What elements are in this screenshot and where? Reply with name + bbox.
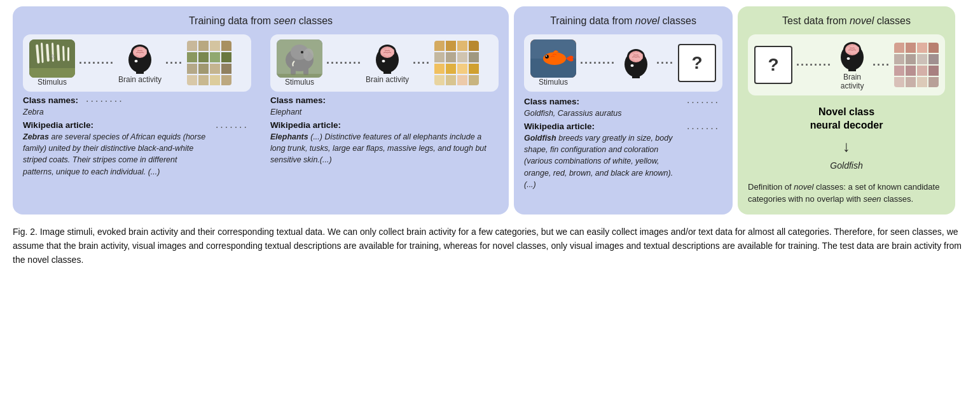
zebra-wiki-text: Zebras are several species of African eq… [23, 131, 208, 178]
seen-col-1: 🦓 Stimulus ········ [23, 34, 251, 206]
svg-text:🦓: 🦓 [49, 53, 55, 60]
svg-point-37 [631, 64, 634, 67]
brain-icon-4 [836, 39, 869, 73]
zebra-class-value: Zebra [23, 106, 78, 118]
zebra-brain-group: Brain activity [118, 42, 162, 84]
seen-col-2: Stimulus ········ [270, 34, 499, 206]
goldfish-wiki-heading: Wikipedia article: [524, 122, 679, 131]
elephant-stimulus-label: Stimulus [285, 78, 314, 87]
elephant-dots-1: ········ [326, 57, 362, 70]
novel-train-title-em: novel [635, 15, 659, 26]
test-brain-label: Brain activity [836, 73, 869, 90]
svg-rect-12 [136, 70, 144, 74]
zebra-stim-section: 🦓 Stimulus ········ [23, 34, 251, 92]
goldfish-question-box: ? [678, 44, 716, 82]
zebra-color-grid [187, 41, 231, 85]
definition-text: Definition of novel classes: a set of kn… [748, 181, 945, 206]
zebra-dots-2: ···· [165, 57, 183, 70]
goldfish-dots-2: ···· [656, 57, 674, 70]
svg-point-42 [847, 57, 850, 60]
goldfish-stim-section: Stimulus ········ · [524, 34, 722, 92]
svg-rect-40 [848, 67, 856, 71]
goldfish-image [530, 39, 576, 78]
zebra-brain-label: Brain activity [118, 75, 162, 84]
elephant-text-content: Class names: Elephant Wikipedia article:… [270, 95, 499, 206]
elephant-wiki-heading: Wikipedia article: [270, 120, 499, 130]
test-question-box: ? [754, 46, 792, 84]
goldfish-brain-group [619, 46, 652, 80]
decoder-result: Goldfish [830, 160, 862, 171]
goldfish-class-value: Goldfish, Carassius auratus [524, 108, 679, 119]
brain-icon-3 [619, 46, 652, 80]
elephant-dots-2: ···· [413, 57, 431, 70]
zebra-dots-1: ········ [79, 57, 114, 70]
test-color-grid [894, 43, 939, 87]
zebra-wiki-heading: Wikipedia article: [23, 120, 208, 130]
elephant-grid-group [434, 41, 479, 85]
arrow-down-icon: ↓ [843, 137, 850, 155]
goldfish-stim-group: Stimulus [530, 39, 576, 87]
panel-novel-train: Training data from novel classes [514, 6, 733, 215]
elephant-color-grid [434, 41, 479, 85]
zebra-class-dots: ········ [83, 95, 127, 107]
svg-point-21 [301, 51, 303, 53]
test-brain-group: Brain activity [836, 39, 869, 90]
goldfish-class-dots: ······· [684, 97, 722, 108]
svg-point-14 [135, 60, 138, 62]
goldfish-question-group: ? [678, 44, 716, 82]
svg-rect-35 [632, 74, 640, 78]
zebra-grid-group [187, 41, 231, 85]
brain-icon-1 [123, 42, 156, 75]
novel-train-panel-title: Training data from novel classes [524, 15, 722, 27]
decoder-title: Novel classneural decoder [810, 106, 883, 132]
test-stim-section: ? ········ Brain activity [748, 34, 945, 95]
svg-point-27 [382, 60, 385, 62]
elephant-class-value: Elephant [270, 106, 499, 118]
elephant-stim-group: Stimulus [277, 39, 322, 87]
zebra-image: 🦓 [29, 39, 75, 78]
test-question-group: ? [754, 46, 792, 84]
test-grid-group [894, 43, 939, 87]
goldfish-stimulus-label: Stimulus [539, 78, 568, 87]
seen-title-em: seen [274, 15, 296, 26]
svg-rect-25 [383, 70, 391, 74]
elephant-wiki-text: Elephants (...) Distinctive features of … [270, 131, 499, 165]
elephant-brain-label: Brain activity [366, 75, 409, 84]
novel-test-panel-title: Test data from novel classes [748, 15, 945, 27]
goldfish-text-content: Class names: Goldfish, Carassius auratus… [524, 97, 722, 206]
elephant-class-heading: Class names: [270, 95, 499, 105]
goldfish-dots-1: ········ [580, 57, 616, 70]
zebra-wiki-dots: ······· [213, 120, 251, 133]
svg-point-32 [546, 55, 547, 57]
test-dots-1: ········ [796, 59, 832, 72]
panel-novel-test: Test data from novel classes ? ········ [738, 6, 955, 215]
svg-point-31 [545, 55, 549, 59]
decoder-box: Novel classneural decoder ↓ Goldfish [748, 101, 945, 176]
goldfish-wiki-text: Goldfish breeds vary greatly in size, bo… [524, 132, 679, 190]
seen-panel-title: Training data from seen classes [23, 15, 499, 27]
svg-rect-8 [29, 68, 75, 78]
elephant-stim-section: Stimulus ········ [270, 34, 499, 92]
elephant-image [277, 39, 322, 78]
zebra-stimulus-label: Stimulus [38, 78, 67, 87]
novel-test-title-em: novel [850, 15, 874, 26]
svg-point-18 [303, 48, 314, 61]
svg-rect-7 [67, 47, 69, 61]
elephant-brain-group: Brain activity [366, 42, 409, 84]
zebra-stim-group: 🦓 Stimulus [29, 39, 75, 87]
seen-inner: 🦓 Stimulus ········ [23, 34, 499, 206]
goldfish-wiki-dots: ······· [684, 122, 722, 134]
zebra-class-heading: Class names: [23, 95, 78, 105]
panel-seen: Training data from seen classes [13, 6, 509, 215]
brain-icon-2 [371, 42, 404, 75]
panels-row: Training data from seen classes [13, 6, 967, 215]
figure-caption: Fig. 2. Image stimuli, evoked brain acti… [13, 225, 967, 267]
test-dots-2: ···· [873, 59, 890, 72]
seen-col-divider [251, 34, 270, 206]
main-figure: Training data from seen classes [13, 6, 967, 267]
zebra-text-content: Class names: Zebra ········ Wikipedia ar… [23, 95, 251, 206]
goldfish-class-heading: Class names: [524, 97, 679, 106]
